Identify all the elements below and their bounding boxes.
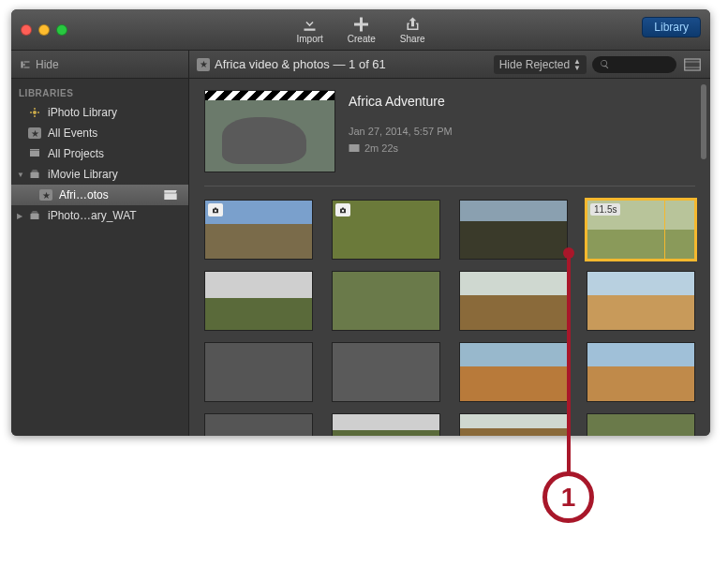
svg-point-7 [37, 112, 39, 113]
svg-rect-12 [33, 170, 37, 172]
sidebar-item-label: iMovie Library [48, 168, 118, 181]
libraries-section-header: LIBRARIES [11, 84, 188, 102]
clip-thumbnail[interactable] [459, 200, 568, 260]
window-controls [21, 24, 67, 36]
svg-point-19 [342, 209, 344, 211]
share-button[interactable]: Share [400, 16, 425, 44]
content-header: ★ Africa video & photos — 1 of 61 Hide R… [189, 51, 710, 78]
clip-thumbnail[interactable] [459, 342, 568, 402]
clip-thumbnail[interactable] [332, 342, 440, 402]
plus-icon [351, 16, 372, 33]
import-label: Import [296, 34, 322, 44]
svg-point-18 [215, 209, 216, 211]
event-duration: 2m 22s [349, 142, 453, 154]
disclosure-triangle-icon[interactable]: ▶ [17, 212, 22, 220]
event-path-label: Africa video & photos — 1 of 61 [215, 57, 386, 71]
clip-thumbnail[interactable] [587, 271, 695, 331]
camera-icon [338, 206, 348, 215]
zoom-window-button[interactable] [56, 24, 67, 36]
download-arrow-icon [300, 16, 320, 33]
clip-thumbnail[interactable] [332, 200, 440, 260]
star-icon: ★ [28, 127, 41, 139]
clip-grid: 11.5s [204, 200, 695, 436]
event-hero-thumbnail[interactable] [204, 90, 335, 172]
event-duration-text: 2m 22s [364, 142, 398, 154]
clip-thumbnail[interactable] [587, 413, 695, 436]
svg-rect-14 [31, 214, 39, 219]
hide-rejected-label: Hide Rejected [499, 58, 570, 71]
svg-rect-11 [32, 172, 38, 173]
collapse-icon [19, 59, 32, 70]
disclosure-triangle-icon[interactable]: ▼ [17, 171, 24, 179]
svg-rect-15 [32, 213, 38, 215]
hide-sidebar-button[interactable]: Hide [11, 51, 189, 78]
svg-point-4 [34, 108, 36, 110]
titlebar: Import Create Share Library [11, 9, 710, 51]
star-icon: ★ [39, 189, 52, 201]
clapperboard-icon [164, 190, 177, 200]
hide-rejected-popup[interactable]: Hide Rejected ▲▼ [494, 55, 587, 74]
library-stack-icon [28, 210, 41, 221]
clip-thumbnail[interactable] [204, 342, 313, 402]
event-path-popup[interactable]: ★ Africa video & photos — 1 of 61 [197, 57, 488, 71]
hide-label: Hide [36, 58, 59, 71]
library-sidebar: LIBRARIES iPhoto Library ★ All Events Al… [11, 79, 189, 436]
rhino-image [222, 117, 306, 164]
clip-thumbnail[interactable] [459, 413, 568, 436]
sidebar-item-imovie-library[interactable]: ▼ iMovie Library [11, 164, 188, 185]
star-icon: ★ [197, 58, 210, 71]
sidebar-item-iphoto-library[interactable]: iPhoto Library [11, 102, 188, 123]
subtoolbar: Hide ★ Africa video & photos — 1 of 61 H… [11, 51, 710, 79]
event-header: Africa Adventure Jan 27, 2014, 5:57 PM 2… [204, 90, 695, 172]
svg-rect-16 [33, 211, 37, 213]
divider [204, 186, 695, 187]
stepper-icon: ▲▼ [573, 58, 581, 71]
search-icon [600, 59, 610, 69]
clip-thumbnail[interactable] [204, 200, 313, 260]
sidebar-item-label: iPhoto Library [48, 106, 117, 119]
sidebar-item-all-projects[interactable]: All Projects [11, 143, 188, 164]
annotation-number-1: 1 [542, 471, 594, 523]
sidebar-item-africa-event[interactable]: ★ Afri…otos [11, 185, 188, 205]
filmstrip-icon [684, 58, 701, 71]
sidebar-item-label: iPhoto…ary_WAT [48, 209, 137, 222]
clip-thumbnail[interactable] [332, 271, 440, 331]
close-window-button[interactable] [21, 24, 32, 36]
svg-rect-13 [164, 193, 176, 200]
svg-rect-0 [685, 59, 701, 70]
sunflower-icon [28, 107, 41, 118]
library-stack-icon [28, 169, 41, 180]
svg-rect-8 [30, 151, 39, 157]
filmstrip-toggle-button[interactable] [682, 57, 703, 72]
clip-thumbnail-selected[interactable]: 11.5s [587, 200, 695, 260]
create-label: Create [348, 34, 376, 44]
sidebar-item-iphoto-wat[interactable]: ▶ iPhoto…ary_WAT [11, 205, 188, 226]
projects-icon [28, 148, 41, 159]
imovie-window: Import Create Share Library Hide ★ Afric… [11, 9, 710, 436]
minimize-window-button[interactable] [38, 24, 50, 36]
search-field[interactable] [592, 56, 676, 73]
clip-thumbnail[interactable] [332, 413, 440, 436]
clip-thumbnail[interactable] [459, 271, 568, 331]
share-label: Share [400, 34, 425, 44]
filmstrip-icon [349, 143, 360, 153]
sidebar-item-label: All Events [48, 127, 97, 140]
scrollbar[interactable] [701, 84, 706, 159]
library-mode-button[interactable]: Library [642, 17, 701, 37]
clip-time-badge: 11.5s [590, 203, 620, 216]
clip-thumbnail[interactable] [587, 342, 695, 402]
event-date: Jan 27, 2014, 5:57 PM [349, 126, 453, 137]
camera-icon [211, 206, 220, 215]
svg-point-6 [30, 112, 32, 113]
import-button[interactable]: Import [296, 16, 322, 44]
svg-point-5 [34, 115, 36, 117]
sidebar-item-all-events[interactable]: ★ All Events [11, 123, 188, 143]
sidebar-item-label: All Projects [48, 147, 104, 160]
svg-rect-10 [31, 172, 39, 178]
clip-thumbnail[interactable] [204, 271, 313, 331]
create-button[interactable]: Create [348, 16, 376, 44]
event-title: Africa Adventure [349, 94, 453, 109]
clip-thumbnail[interactable] [204, 413, 313, 436]
svg-point-3 [33, 111, 37, 114]
photo-badge [335, 203, 350, 216]
